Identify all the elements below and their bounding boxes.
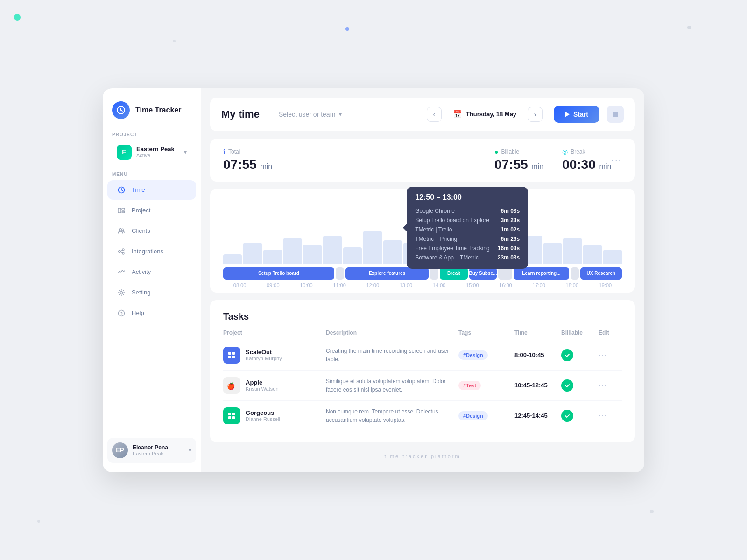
col-billable: Billiable <box>561 329 599 336</box>
user-name: Eleanor Pena <box>133 444 184 451</box>
chart-bar[interactable] <box>583 245 602 264</box>
user-selector[interactable]: Select user or team ▾ <box>279 111 427 118</box>
user-profile[interactable]: EP Eleanor Pena Eastern Peak ▾ <box>107 438 196 463</box>
tooltip-duration: 1m 02s <box>500 226 520 233</box>
svg-rect-3 <box>122 208 125 210</box>
task-description: Non cumque rem. Tempore ut esse. Delectu… <box>326 407 458 424</box>
tooltip-time-range: 12:50 – 13:00 <box>415 193 520 202</box>
chart-bar[interactable] <box>283 238 302 264</box>
chart-bar[interactable] <box>323 236 342 264</box>
col-time: Time <box>514 329 561 336</box>
time-label: 15:00 <box>456 282 489 288</box>
time-label: 08:00 <box>223 282 256 288</box>
task-tag-cell: #Test <box>458 381 514 390</box>
billable-dot[interactable] <box>561 349 573 361</box>
task-tag-cell: #Design <box>458 411 514 420</box>
bar-column <box>543 243 562 264</box>
sidebar-item-clients[interactable]: Clients <box>107 221 196 241</box>
tooltip-row: TMetric | Trello1m 02s <box>415 225 520 234</box>
col-description: Description <box>326 329 458 336</box>
billable-icon: ● <box>494 148 498 155</box>
sidebar-item-setting[interactable]: Setting <box>107 283 196 302</box>
tasks-section: Tasks Project Description Tags Time Bill… <box>210 300 635 442</box>
time-label: 13:00 <box>389 282 423 288</box>
timeline-block[interactable]: Buy Subsc... <box>469 267 497 280</box>
chart-bar[interactable] <box>263 250 282 264</box>
sidebar-item-time[interactable]: Time <box>107 180 196 200</box>
billable-label: Billable <box>501 148 519 155</box>
tooltip-arrow <box>403 224 407 231</box>
break-label: Break <box>571 148 585 155</box>
svg-rect-20 <box>228 413 231 415</box>
task-more-button[interactable]: ··· <box>599 380 622 390</box>
user-team: Eastern Peak <box>133 451 184 456</box>
chart-bar[interactable] <box>383 240 402 264</box>
bar-column <box>563 238 582 264</box>
chart-bar[interactable] <box>543 243 562 264</box>
chart-bar[interactable] <box>243 243 262 264</box>
chart-bar[interactable] <box>603 250 622 264</box>
tag-badge[interactable]: #Test <box>458 381 481 390</box>
task-time: 10:45-12:45 <box>514 382 561 389</box>
next-date-button[interactable]: › <box>528 107 543 122</box>
sidebar-item-integrations[interactable]: Integrations <box>107 242 196 261</box>
project-icon <box>223 347 240 364</box>
svg-rect-18 <box>232 356 235 358</box>
svg-rect-21 <box>232 413 235 415</box>
sidebar-item-activity[interactable]: Activity <box>107 262 196 282</box>
chart-bar[interactable] <box>363 231 382 264</box>
more-options-button[interactable]: ··· <box>611 154 622 165</box>
timeline-block[interactable] <box>498 267 512 280</box>
time-label: 17:00 <box>522 282 556 288</box>
task-description: Creating the main time recording screen … <box>326 347 458 364</box>
timeline-block[interactable] <box>571 267 579 280</box>
start-button[interactable]: Start <box>554 106 599 123</box>
info-icon: ℹ <box>223 148 226 155</box>
tag-badge[interactable]: #Design <box>458 411 488 420</box>
chart-bar[interactable] <box>223 254 242 264</box>
project-selector[interactable]: E Eastern Peak Active ▾ <box>107 140 196 164</box>
bar-column <box>283 238 302 264</box>
tooltip-duration: 3m 23s <box>500 217 520 224</box>
svg-point-5 <box>120 228 122 231</box>
task-more-button[interactable]: ··· <box>599 350 622 360</box>
break-stat: ◎ Break 00:30 min <box>562 148 611 172</box>
bar-column <box>363 231 382 264</box>
prev-date-button[interactable]: ‹ <box>427 107 442 122</box>
svg-rect-17 <box>228 356 231 358</box>
timeline-block[interactable] <box>430 267 438 280</box>
tag-badge[interactable]: #Design <box>458 350 488 360</box>
project-name: Eastern Peak <box>136 146 179 153</box>
chevron-down-icon: ▾ <box>339 111 342 118</box>
tooltip-app: Software & App – TMetric <box>415 254 479 261</box>
svg-rect-15 <box>228 352 231 355</box>
tooltip-app: Google Chrome <box>415 208 455 214</box>
task-more-button[interactable]: ··· <box>599 411 622 420</box>
timeline-block[interactable]: Learn reporting... <box>514 267 569 280</box>
sidebar-item-project[interactable]: Project <box>107 201 196 220</box>
billable-dot[interactable] <box>561 379 573 392</box>
chart-bar[interactable] <box>303 245 322 264</box>
tooltip-row: TMetric – Pricing6m 26s <box>415 234 520 244</box>
tooltip-duration: 16m 03s <box>498 245 520 252</box>
timeline-block[interactable]: Setup Trello board <box>223 267 334 280</box>
chart-bar[interactable] <box>343 247 362 264</box>
chart-bar[interactable] <box>563 238 582 264</box>
tooltip-popup: 12:50 – 13:00 Google Chrome6m 03sSetup T… <box>407 187 528 269</box>
bar-column <box>223 254 242 264</box>
timeline-block[interactable] <box>336 267 344 280</box>
billable-stat: ● Billable 07:55 min <box>494 148 543 172</box>
col-tags: Tags <box>458 329 514 336</box>
col-edit: Edit <box>599 329 622 336</box>
billable-dot[interactable] <box>561 410 573 422</box>
timeline-block[interactable]: Explore features <box>345 267 429 280</box>
timeline-block[interactable]: Break <box>440 267 468 280</box>
sidebar-item-help[interactable]: ? Help <box>107 303 196 323</box>
stop-button[interactable] <box>607 106 624 123</box>
timeline-block[interactable]: UX Research <box>580 267 622 280</box>
total-label: Total <box>228 148 240 155</box>
date-display: 📅 Thursday, 18 May <box>445 110 524 119</box>
user-chevron-icon: ▾ <box>189 447 191 454</box>
col-project: Project <box>223 329 326 336</box>
header-nav: ‹ 📅 Thursday, 18 May › Start <box>427 106 624 123</box>
